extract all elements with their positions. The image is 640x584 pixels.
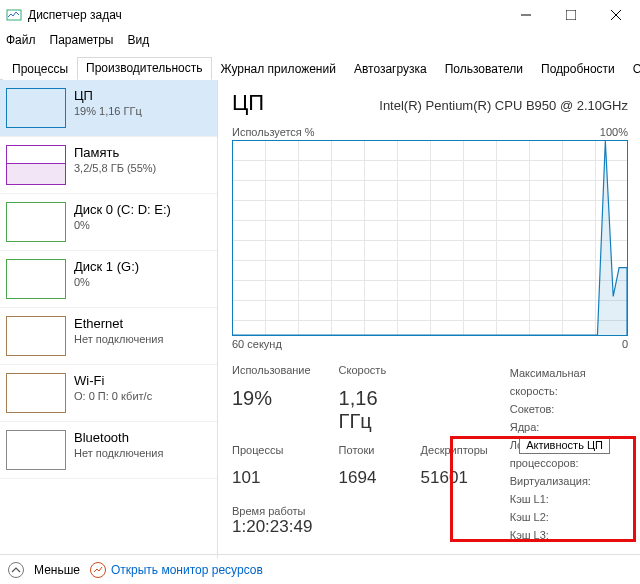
fewer-details-label[interactable]: Меньше <box>34 563 80 577</box>
sidebar-thumb-bluetooth <box>6 430 66 470</box>
stat-threads-label: Потоки <box>339 444 393 463</box>
stat-proc-value: 101 <box>232 468 311 495</box>
sidebar-wifi-title: Wi-Fi <box>74 373 152 388</box>
sidebar-item-disk1[interactable]: Диск 1 (G:) 0% <box>0 251 217 308</box>
info-virt: Виртуализация: <box>510 472 628 490</box>
sidebar-thumb-disk1 <box>6 259 66 299</box>
tab-performance[interactable]: Производительность <box>77 57 211 80</box>
stat-speed-value: 1,16 ГГц <box>339 387 393 440</box>
sidebar-wifi-sub: О: 0 П: 0 кбит/с <box>74 390 152 402</box>
info-sockets: Сокетов: <box>510 400 628 418</box>
chart-top-left-label: Используется % <box>232 126 315 138</box>
sidebar: ЦП 19% 1,16 ГГц Память 3,2/5,8 ГБ (55%) … <box>0 80 218 558</box>
open-resmon-link[interactable]: Открыть монитор ресурсов <box>90 562 263 578</box>
maximize-button[interactable] <box>548 0 593 30</box>
info-l1: Кэш L1: <box>510 490 628 508</box>
menu-view[interactable]: Вид <box>127 33 149 47</box>
tab-processes[interactable]: Процессы <box>3 58 77 80</box>
menu-bar: Файл Параметры Вид <box>0 30 640 50</box>
info-l3: Кэш L3: <box>510 526 628 544</box>
stat-threads-value: 1694 <box>339 468 393 495</box>
sidebar-item-cpu[interactable]: ЦП 19% 1,16 ГГц <box>0 80 217 137</box>
stat-handles-label: Дескрипторы <box>421 444 488 463</box>
menu-file[interactable]: Файл <box>6 33 36 47</box>
sidebar-thumb-memory <box>6 145 66 185</box>
tab-app-history[interactable]: Журнал приложений <box>212 58 345 80</box>
menu-options[interactable]: Параметры <box>50 33 114 47</box>
stat-proc-label: Процессы <box>232 444 311 463</box>
stat-uptime-value: 1:20:23:49 <box>232 517 488 537</box>
sidebar-bluetooth-title: Bluetooth <box>74 430 163 445</box>
sidebar-thumb-cpu <box>6 88 66 128</box>
sidebar-memory-title: Память <box>74 145 156 160</box>
sidebar-memory-sub: 3,2/5,8 ГБ (55%) <box>74 162 156 174</box>
chart-tooltip: Активность ЦП <box>519 436 610 454</box>
sidebar-disk1-title: Диск 1 (G:) <box>74 259 139 274</box>
cpu-utilization-chart[interactable] <box>232 140 628 336</box>
sidebar-ethernet-sub: Нет подключения <box>74 333 163 345</box>
svg-rect-2 <box>566 10 576 20</box>
main-title: ЦП <box>232 90 264 116</box>
minimize-button[interactable] <box>503 0 548 30</box>
tab-bar: Процессы Производительность Журнал прило… <box>0 56 640 80</box>
fewer-details-icon[interactable] <box>8 562 24 578</box>
stat-speed-label: Скорость <box>339 364 393 383</box>
chart-bottom-right-label: 0 <box>622 338 628 350</box>
sidebar-item-memory[interactable]: Память 3,2/5,8 ГБ (55%) <box>0 137 217 194</box>
title-bar: Диспетчер задач <box>0 0 640 30</box>
stat-uptime-label: Время работы <box>232 505 488 517</box>
sidebar-cpu-sub: 19% 1,16 ГГц <box>74 105 142 117</box>
tab-startup[interactable]: Автозагрузка <box>345 58 436 80</box>
cpu-info-block: Максимальная скорость: Сокетов: Ядра: Ло… <box>510 364 628 544</box>
footer: Меньше Открыть монитор ресурсов <box>0 554 640 584</box>
sidebar-item-disk0[interactable]: Диск 0 (C: D: E:) 0% <box>0 194 217 251</box>
tab-users[interactable]: Пользователи <box>436 58 532 80</box>
sidebar-cpu-title: ЦП <box>74 88 142 103</box>
stat-usage-label: Использование <box>232 364 311 383</box>
window-title: Диспетчер задач <box>28 8 503 22</box>
sidebar-item-wifi[interactable]: Wi-Fi О: 0 П: 0 кбит/с <box>0 365 217 422</box>
chart-bottom-left-label: 60 секунд <box>232 338 282 350</box>
stat-usage-value: 19% <box>232 387 311 440</box>
sidebar-item-bluetooth[interactable]: Bluetooth Нет подключения <box>0 422 217 479</box>
app-icon <box>6 7 22 23</box>
info-max-speed: Максимальная скорость: <box>510 364 628 400</box>
content-area: ЦП 19% 1,16 ГГц Память 3,2/5,8 ГБ (55%) … <box>0 80 640 558</box>
stat-handles-value: 51601 <box>421 468 488 495</box>
main-cpu-model: Intel(R) Pentium(R) CPU B950 @ 2.10GHz <box>379 98 628 113</box>
sidebar-ethernet-title: Ethernet <box>74 316 163 331</box>
open-resmon-label: Открыть монитор ресурсов <box>111 563 263 577</box>
info-l2: Кэш L2: <box>510 508 628 526</box>
sidebar-thumb-ethernet <box>6 316 66 356</box>
tab-services[interactable]: С. <box>624 58 640 80</box>
info-cores: Ядра: <box>510 418 628 436</box>
sidebar-thumb-wifi <box>6 373 66 413</box>
main-panel: ЦП Intel(R) Pentium(R) CPU B950 @ 2.10GH… <box>218 80 640 558</box>
sidebar-item-ethernet[interactable]: Ethernet Нет подключения <box>0 308 217 365</box>
sidebar-thumb-disk0 <box>6 202 66 242</box>
sidebar-bluetooth-sub: Нет подключения <box>74 447 163 459</box>
sidebar-disk0-sub: 0% <box>74 219 171 231</box>
sidebar-disk0-title: Диск 0 (C: D: E:) <box>74 202 171 217</box>
chart-top-right-label: 100% <box>600 126 628 138</box>
tab-details[interactable]: Подробности <box>532 58 624 80</box>
close-button[interactable] <box>593 0 638 30</box>
sidebar-disk1-sub: 0% <box>74 276 139 288</box>
